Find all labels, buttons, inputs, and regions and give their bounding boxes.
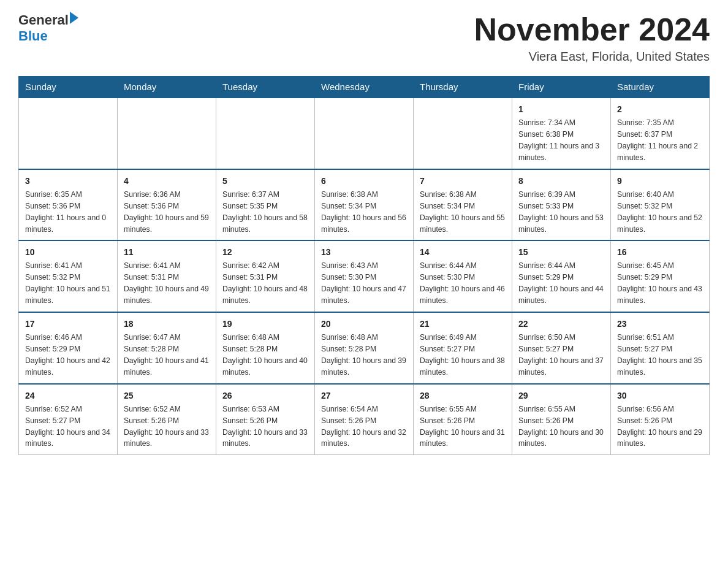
- day-number: 24: [25, 389, 111, 402]
- weekday-header-friday: Friday: [512, 77, 611, 98]
- day-number: 16: [617, 246, 703, 259]
- calendar-cell: 29Sunrise: 6:55 AMSunset: 5:26 PMDayligh…: [512, 384, 611, 455]
- calendar-cell: 2Sunrise: 7:35 AMSunset: 6:37 PMDaylight…: [611, 98, 710, 169]
- day-number: 25: [124, 389, 210, 402]
- week-row-4: 17Sunrise: 6:46 AMSunset: 5:29 PMDayligh…: [19, 312, 710, 384]
- day-info: Sunrise: 6:40 AMSunset: 5:32 PMDaylight:…: [617, 189, 703, 236]
- day-number: 14: [420, 246, 506, 259]
- day-info: Sunrise: 6:53 AMSunset: 5:26 PMDaylight:…: [222, 404, 308, 450]
- day-number: 22: [518, 318, 604, 331]
- calendar-cell: 5Sunrise: 6:37 AMSunset: 5:35 PMDaylight…: [216, 169, 315, 241]
- day-number: 5: [222, 175, 308, 188]
- day-number: 20: [321, 318, 407, 331]
- calendar-cell: 4Sunrise: 6:36 AMSunset: 5:36 PMDaylight…: [118, 169, 216, 241]
- weekday-header-thursday: Thursday: [414, 77, 512, 98]
- weekday-header-monday: Monday: [118, 77, 216, 98]
- day-info: Sunrise: 6:46 AMSunset: 5:29 PMDaylight:…: [25, 332, 111, 378]
- weekday-header-wednesday: Wednesday: [315, 77, 414, 98]
- day-number: 15: [518, 246, 604, 259]
- day-number: 19: [222, 318, 308, 331]
- day-number: 28: [420, 389, 506, 402]
- day-info: Sunrise: 6:35 AMSunset: 5:36 PMDaylight:…: [25, 189, 111, 236]
- day-info: Sunrise: 6:48 AMSunset: 5:28 PMDaylight:…: [321, 332, 407, 378]
- day-number: 21: [420, 318, 506, 331]
- day-info: Sunrise: 6:44 AMSunset: 5:30 PMDaylight:…: [420, 260, 506, 307]
- day-number: 29: [518, 389, 604, 402]
- day-number: 26: [222, 389, 308, 402]
- day-info: Sunrise: 6:51 AMSunset: 5:27 PMDaylight:…: [617, 332, 703, 378]
- day-info: Sunrise: 6:38 AMSunset: 5:34 PMDaylight:…: [321, 189, 407, 236]
- day-info: Sunrise: 6:45 AMSunset: 5:29 PMDaylight:…: [617, 260, 703, 307]
- day-info: Sunrise: 6:41 AMSunset: 5:32 PMDaylight:…: [25, 260, 111, 307]
- day-number: 18: [124, 318, 210, 331]
- calendar-cell: 8Sunrise: 6:39 AMSunset: 5:33 PMDaylight…: [512, 169, 611, 241]
- day-info: Sunrise: 6:48 AMSunset: 5:28 PMDaylight:…: [222, 332, 308, 378]
- calendar-cell: 12Sunrise: 6:42 AMSunset: 5:31 PMDayligh…: [216, 240, 315, 312]
- day-number: 6: [321, 175, 407, 188]
- day-number: 3: [25, 175, 111, 188]
- calendar-cell: [315, 98, 414, 169]
- day-info: Sunrise: 6:43 AMSunset: 5:30 PMDaylight:…: [321, 260, 407, 307]
- calendar-cell: 23Sunrise: 6:51 AMSunset: 5:27 PMDayligh…: [611, 312, 710, 384]
- day-info: Sunrise: 7:34 AMSunset: 6:38 PMDaylight:…: [518, 117, 604, 164]
- day-info: Sunrise: 6:52 AMSunset: 5:27 PMDaylight:…: [25, 404, 111, 450]
- calendar-cell: 1Sunrise: 7:34 AMSunset: 6:38 PMDaylight…: [512, 98, 611, 169]
- day-info: Sunrise: 6:44 AMSunset: 5:29 PMDaylight:…: [518, 260, 604, 307]
- day-number: 30: [617, 389, 703, 402]
- day-info: Sunrise: 6:36 AMSunset: 5:36 PMDaylight:…: [124, 189, 210, 236]
- weekday-header-saturday: Saturday: [611, 77, 710, 98]
- weekday-header-sunday: Sunday: [19, 77, 118, 98]
- day-info: Sunrise: 6:41 AMSunset: 5:31 PMDaylight:…: [124, 260, 210, 307]
- day-number: 23: [617, 318, 703, 331]
- calendar-cell: 16Sunrise: 6:45 AMSunset: 5:29 PMDayligh…: [611, 240, 710, 312]
- day-info: Sunrise: 6:52 AMSunset: 5:26 PMDaylight:…: [124, 404, 210, 450]
- calendar-cell: 13Sunrise: 6:43 AMSunset: 5:30 PMDayligh…: [315, 240, 414, 312]
- calendar-table: SundayMondayTuesdayWednesdayThursdayFrid…: [18, 76, 710, 455]
- day-number: 10: [25, 246, 111, 259]
- calendar-cell: 9Sunrise: 6:40 AMSunset: 5:32 PMDaylight…: [611, 169, 710, 241]
- calendar-cell: 3Sunrise: 6:35 AMSunset: 5:36 PMDaylight…: [19, 169, 118, 241]
- weekday-header-row: SundayMondayTuesdayWednesdayThursdayFrid…: [19, 77, 710, 98]
- day-number: 8: [518, 175, 604, 188]
- week-row-2: 3Sunrise: 6:35 AMSunset: 5:36 PMDaylight…: [19, 169, 710, 241]
- calendar-cell: 30Sunrise: 6:56 AMSunset: 5:26 PMDayligh…: [611, 384, 710, 455]
- day-info: Sunrise: 6:49 AMSunset: 5:27 PMDaylight:…: [420, 332, 506, 378]
- calendar-cell: 18Sunrise: 6:47 AMSunset: 5:28 PMDayligh…: [118, 312, 216, 384]
- calendar-cell: 27Sunrise: 6:54 AMSunset: 5:26 PMDayligh…: [315, 384, 414, 455]
- calendar-cell: 28Sunrise: 6:55 AMSunset: 5:26 PMDayligh…: [414, 384, 512, 455]
- day-info: Sunrise: 6:42 AMSunset: 5:31 PMDaylight:…: [222, 260, 308, 307]
- calendar-cell: 17Sunrise: 6:46 AMSunset: 5:29 PMDayligh…: [19, 312, 118, 384]
- logo-arrow-icon: [70, 12, 78, 24]
- day-info: Sunrise: 7:35 AMSunset: 6:37 PMDaylight:…: [617, 117, 703, 164]
- day-number: 4: [124, 175, 210, 188]
- day-info: Sunrise: 6:55 AMSunset: 5:26 PMDaylight:…: [518, 404, 604, 450]
- day-info: Sunrise: 6:50 AMSunset: 5:27 PMDaylight:…: [518, 332, 604, 378]
- week-row-3: 10Sunrise: 6:41 AMSunset: 5:32 PMDayligh…: [19, 240, 710, 312]
- day-number: 17: [25, 318, 111, 331]
- day-number: 9: [617, 175, 703, 188]
- day-info: Sunrise: 6:55 AMSunset: 5:26 PMDaylight:…: [420, 404, 506, 450]
- week-row-1: 1Sunrise: 7:34 AMSunset: 6:38 PMDaylight…: [19, 98, 710, 169]
- calendar-cell: 19Sunrise: 6:48 AMSunset: 5:28 PMDayligh…: [216, 312, 315, 384]
- title-block: November 2024 Viera East, Florida, Unite…: [474, 12, 710, 64]
- calendar-cell: 20Sunrise: 6:48 AMSunset: 5:28 PMDayligh…: [315, 312, 414, 384]
- logo-text-general: General: [18, 12, 69, 28]
- day-info: Sunrise: 6:56 AMSunset: 5:26 PMDaylight:…: [617, 404, 703, 450]
- day-number: 2: [617, 103, 703, 116]
- logo-text-blue: Blue: [18, 28, 78, 44]
- calendar-cell: 6Sunrise: 6:38 AMSunset: 5:34 PMDaylight…: [315, 169, 414, 241]
- day-info: Sunrise: 6:54 AMSunset: 5:26 PMDaylight:…: [321, 404, 407, 450]
- day-info: Sunrise: 6:37 AMSunset: 5:35 PMDaylight:…: [222, 189, 308, 236]
- weekday-header-tuesday: Tuesday: [216, 77, 315, 98]
- day-info: Sunrise: 6:47 AMSunset: 5:28 PMDaylight:…: [124, 332, 210, 378]
- calendar-cell: 21Sunrise: 6:49 AMSunset: 5:27 PMDayligh…: [414, 312, 512, 384]
- calendar-cell: 11Sunrise: 6:41 AMSunset: 5:31 PMDayligh…: [118, 240, 216, 312]
- day-info: Sunrise: 6:38 AMSunset: 5:34 PMDaylight:…: [420, 189, 506, 236]
- location-subtitle: Viera East, Florida, United States: [474, 50, 710, 64]
- day-number: 12: [222, 246, 308, 259]
- calendar-cell: [19, 98, 118, 169]
- calendar-cell: 7Sunrise: 6:38 AMSunset: 5:34 PMDaylight…: [414, 169, 512, 241]
- day-number: 7: [420, 175, 506, 188]
- day-info: Sunrise: 6:39 AMSunset: 5:33 PMDaylight:…: [518, 189, 604, 236]
- calendar-cell: [118, 98, 216, 169]
